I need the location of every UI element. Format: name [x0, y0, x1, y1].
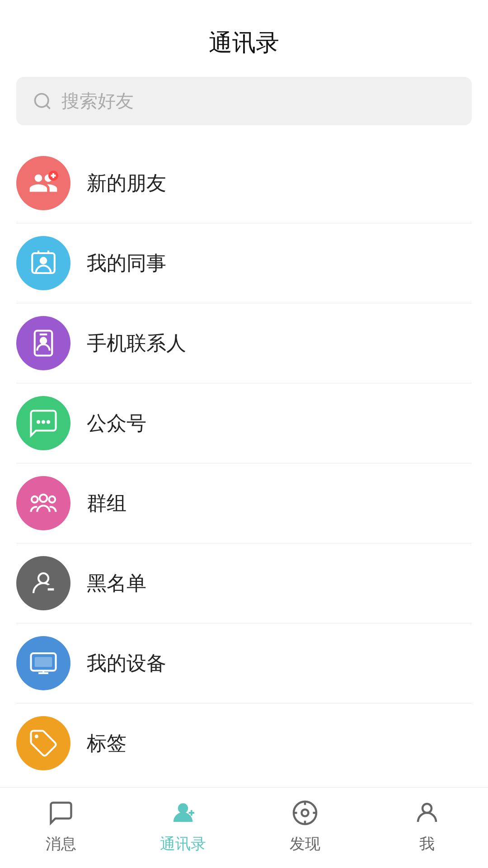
menu-label-my-devices: 我的设备	[87, 650, 166, 677]
discover-nav-icon	[289, 797, 321, 829]
menu-label-new-friends: 新的朋友	[87, 170, 166, 197]
svg-point-17	[49, 496, 55, 503]
menu-label-groups: 群组	[87, 490, 127, 517]
search-placeholder: 搜索好友	[61, 89, 134, 113]
svg-point-16	[32, 496, 38, 503]
colleagues-icon	[28, 248, 58, 278]
me-nav-icon	[411, 797, 443, 829]
phone-contacts-icon	[28, 328, 58, 358]
bottom-nav: 消息 通讯录 发现	[0, 787, 488, 868]
menu-item-tags[interactable]: 标签	[16, 703, 472, 783]
nav-item-contacts[interactable]: 通讯录	[122, 788, 244, 868]
page-title: 通讯录	[0, 0, 488, 77]
nav-label-messages: 消息	[46, 834, 76, 854]
svg-point-12	[37, 420, 40, 424]
nav-label-me: 我	[419, 834, 435, 854]
nav-item-me[interactable]: 我	[366, 788, 488, 868]
svg-point-15	[40, 495, 47, 502]
groups-icon-circle	[16, 476, 70, 530]
menu-item-phone-contacts[interactable]: 手机联系人	[16, 303, 472, 383]
svg-rect-24	[35, 657, 52, 667]
tags-icon-circle	[16, 716, 70, 770]
svg-point-26	[178, 804, 188, 813]
new-friends-icon	[28, 168, 58, 198]
svg-point-6	[40, 257, 47, 264]
contacts-nav-icon	[167, 797, 199, 829]
svg-point-30	[302, 810, 309, 816]
groups-icon	[28, 488, 58, 518]
svg-point-25	[35, 735, 38, 738]
nav-label-discover: 发现	[290, 834, 320, 854]
menu-item-blacklist[interactable]: 黑名单	[16, 543, 472, 623]
public-accounts-icon	[28, 408, 58, 438]
nav-item-messages[interactable]: 消息	[0, 788, 122, 868]
me-icon	[413, 799, 441, 826]
message-bubble-icon	[47, 799, 75, 826]
menu-item-colleagues[interactable]: 我的同事	[16, 223, 472, 303]
svg-point-0	[35, 94, 48, 107]
contacts-icon	[169, 799, 197, 826]
menu-label-phone-contacts: 手机联系人	[87, 330, 186, 357]
svg-point-10	[40, 337, 47, 344]
svg-point-14	[47, 420, 50, 424]
blacklist-icon	[28, 568, 58, 598]
menu-label-blacklist: 黑名单	[87, 570, 146, 597]
tags-icon	[28, 728, 58, 758]
public-accounts-icon-circle	[16, 396, 70, 450]
menu-label-public-accounts: 公众号	[87, 410, 146, 437]
svg-point-35	[422, 804, 432, 813]
menu-item-groups[interactable]: 群组	[16, 463, 472, 543]
my-devices-icon-circle	[16, 636, 70, 690]
search-bar-wrapper: 搜索好友	[0, 77, 488, 125]
menu-item-public-accounts[interactable]: 公众号	[16, 383, 472, 463]
menu-label-colleagues: 我的同事	[87, 250, 166, 277]
svg-point-13	[42, 420, 45, 424]
search-icon	[33, 91, 52, 111]
blacklist-icon-circle	[16, 556, 70, 610]
menu-list: 新的朋友 我的同事	[0, 143, 488, 783]
nav-label-contacts: 通讯录	[160, 834, 206, 854]
new-friends-icon-circle	[16, 156, 70, 210]
nav-item-discover[interactable]: 发现	[244, 788, 366, 868]
menu-label-tags: 标签	[87, 730, 127, 757]
my-devices-icon	[28, 648, 58, 678]
colleagues-icon-circle	[16, 236, 70, 290]
discover-icon	[291, 799, 319, 826]
search-bar[interactable]: 搜索好友	[16, 77, 472, 125]
menu-item-my-devices[interactable]: 我的设备	[16, 623, 472, 703]
svg-point-18	[38, 573, 48, 583]
svg-line-1	[47, 105, 50, 108]
phone-contacts-icon-circle	[16, 316, 70, 370]
menu-item-new-friends[interactable]: 新的朋友	[16, 143, 472, 223]
messages-nav-icon	[45, 797, 77, 829]
